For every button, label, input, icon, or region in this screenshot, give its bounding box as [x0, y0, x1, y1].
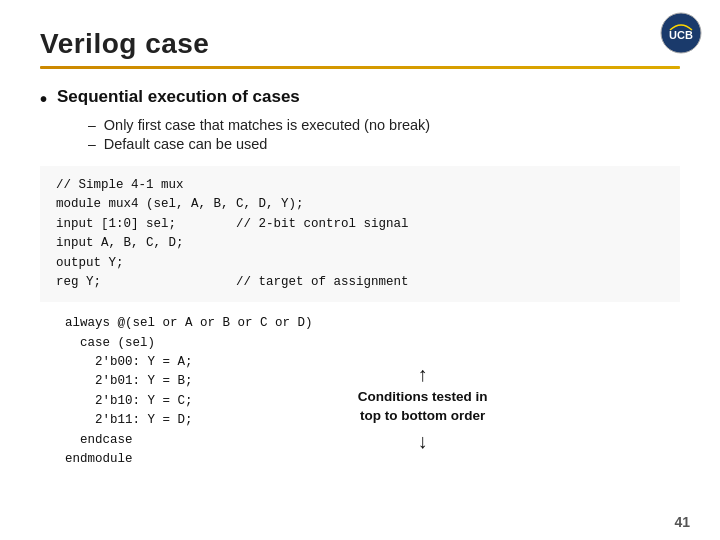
- title-divider: [40, 66, 680, 69]
- slide-title: Verilog case: [40, 28, 680, 60]
- dash-1: –: [88, 117, 96, 133]
- bullet-section: • Sequential execution of cases – Only f…: [40, 87, 680, 152]
- annotation-text: Conditions tested intop to bottom order: [358, 388, 488, 426]
- bullet-main-text: Sequential execution of cases: [57, 87, 300, 107]
- always-and-annotation: always @(sel or A or B or C or D) case (…: [40, 314, 680, 469]
- dash-2: –: [88, 136, 96, 152]
- sub-bullets: – Only first case that matches is execut…: [88, 117, 680, 152]
- sub-bullet-1: – Only first case that matches is execut…: [88, 117, 680, 133]
- always-block: always @(sel or A or B or C or D) case (…: [50, 314, 313, 469]
- bullet-dot: •: [40, 87, 47, 111]
- page-number: 41: [674, 514, 690, 530]
- annotation-box: ↑ Conditions tested intop to bottom orde…: [343, 364, 503, 453]
- bullet-main: • Sequential execution of cases: [40, 87, 680, 111]
- slide: UCB Verilog case • Sequential execution …: [0, 0, 720, 540]
- code-block-main: // Simple 4-1 mux module mux4 (sel, A, B…: [40, 166, 680, 302]
- annotation-arrow-down: ↓: [418, 430, 428, 453]
- sub-bullet-1-text: Only first case that matches is executed…: [104, 117, 430, 133]
- sub-bullet-2-text: Default case can be used: [104, 136, 268, 152]
- logo: UCB: [660, 12, 702, 54]
- sub-bullet-2: – Default case can be used: [88, 136, 680, 152]
- svg-text:UCB: UCB: [669, 29, 693, 41]
- annotation-arrow-up: ↑: [418, 364, 428, 384]
